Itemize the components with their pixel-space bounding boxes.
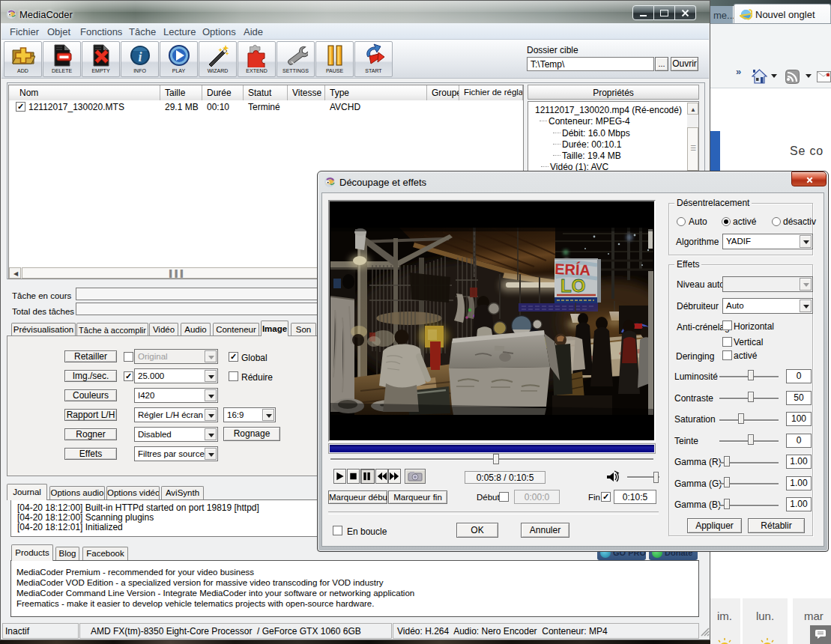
svg-text:i: i [138, 49, 142, 64]
